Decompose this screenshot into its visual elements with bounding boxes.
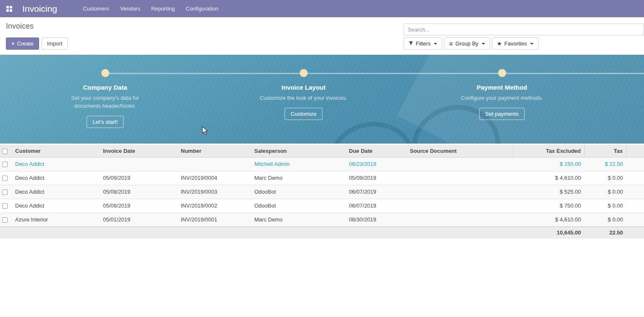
cell-number (177, 157, 251, 171)
filters-button[interactable]: Filters (404, 37, 442, 50)
cell-number: INV/2019/0002 (177, 199, 251, 213)
column-header-number[interactable]: Number (177, 145, 251, 157)
cell-invoice-date: 05/09/2019 (100, 171, 177, 185)
favorites-button[interactable]: ★ Favorites (492, 37, 538, 50)
breadcrumb-page-title: Invoices (6, 22, 34, 31)
star-icon: ★ (497, 41, 502, 46)
column-header-invoice-date[interactable]: Invoice Date (100, 145, 177, 157)
cell-empty (626, 157, 644, 171)
top-navbar: Invoicing Customers Vendors Reporting Co… (0, 0, 644, 17)
create-button-label: Create (17, 40, 34, 47)
cell-tax: $ 0.00 (584, 185, 626, 199)
cell-salesperson: Marc Demo (251, 171, 346, 185)
row-checkbox[interactable] (2, 189, 8, 195)
column-header-salesperson[interactable]: Salesperson (251, 145, 346, 157)
cell-salesperson: Mitchell Admin (251, 157, 346, 171)
cell-tax-excluded: $ 150.00 (513, 157, 584, 171)
row-checkbox-cell (0, 199, 12, 213)
totals-empty-cell (346, 226, 406, 239)
cell-empty (626, 213, 644, 226)
column-header-due-date[interactable]: Due Date (346, 145, 406, 157)
menu-configuration[interactable]: Configuration (180, 0, 224, 17)
table-row[interactable]: Deco Addict 05/09/2019 INV/2019/0004 Mar… (0, 171, 644, 185)
step-description: Customize the look of your invoices. (245, 94, 362, 102)
onboarding-banner: Company Data Set your company's data for… (0, 55, 644, 144)
search-input[interactable] (404, 24, 644, 35)
menu-customers[interactable]: Customers (77, 0, 115, 17)
onboarding-step-company-data: Company Data Set your company's data for… (46, 69, 164, 128)
cell-tax-excluded: $ 4,610.00 (513, 171, 584, 185)
cell-invoice-date: 05/01/2019 (100, 213, 177, 226)
totals-empty-cell (12, 226, 100, 239)
group-by-button[interactable]: ≡ Group By (444, 37, 490, 50)
row-checkbox[interactable] (2, 203, 8, 209)
table-totals-row: 10,645.00 22.50 (0, 226, 644, 239)
table-row[interactable]: Deco Addict 05/08/2019 INV/2019/0002 Odo… (0, 199, 644, 213)
totals-empty-cell (177, 226, 251, 239)
chevron-down-icon (530, 43, 533, 45)
group-by-button-label: Group By (455, 40, 478, 47)
cell-customer: Deco Addict (12, 171, 100, 185)
cell-tax-excluded: $ 525.00 (513, 185, 584, 199)
lets-start-button[interactable]: Let's start! (87, 116, 124, 128)
row-checkbox[interactable] (2, 217, 8, 223)
row-checkbox-cell (0, 157, 12, 171)
cell-number: INV/2019/0003 (177, 185, 251, 199)
table-row[interactable]: Azure Interior 05/01/2019 INV/2019/0001 … (0, 213, 644, 226)
action-buttons: + Create Import (6, 37, 68, 50)
step-title: Company Data (46, 84, 164, 91)
menu-vendors[interactable]: Vendors (115, 0, 146, 17)
cell-due-date: 06/07/2019 (346, 185, 406, 199)
onboarding-progress-line (105, 73, 644, 74)
import-button[interactable]: Import (42, 37, 68, 50)
create-button[interactable]: + Create (6, 37, 39, 50)
row-checkbox-cell (0, 185, 12, 199)
column-header-source-document[interactable]: Source Document (406, 145, 513, 157)
cell-salesperson: Marc Demo (251, 213, 346, 226)
filter-funnel-icon (409, 40, 413, 47)
column-header-customer[interactable]: Customer (12, 145, 100, 157)
cell-due-date: 06/30/2019 (346, 213, 406, 226)
cell-salesperson: OdooBot (251, 185, 346, 199)
totals-empty-cell (626, 226, 644, 239)
customize-button[interactable]: Customize (285, 108, 322, 120)
cell-source-document (406, 213, 513, 226)
cell-tax: $ 0.00 (584, 199, 626, 213)
search-filter-buttons: Filters ≡ Group By ★ Favorites (404, 37, 538, 50)
column-header-tax[interactable]: Tax (584, 145, 626, 157)
cell-invoice-date: 05/08/2019 (100, 199, 177, 213)
set-payments-button[interactable]: Set payments (479, 108, 525, 120)
favorites-button-label: Favorites (504, 40, 527, 47)
totals-empty-cell (100, 226, 177, 239)
totals-empty-cell (251, 226, 346, 239)
row-checkbox[interactable] (2, 162, 8, 167)
app-title[interactable]: Invoicing (22, 4, 57, 14)
column-header-tax-excluded[interactable]: Tax Excluded (513, 145, 584, 157)
step-title: Payment Method (443, 84, 561, 91)
table-row[interactable]: Deco Addict Mitchell Admin 06/23/2019 $ … (0, 157, 644, 171)
totals-tax-excluded: 10,645.00 (513, 226, 584, 239)
invoices-list-table: Customer Invoice Date Number Salesperson… (0, 145, 644, 239)
filters-button-label: Filters (416, 40, 430, 47)
row-checkbox-cell (0, 213, 12, 226)
cell-invoice-date: 05/08/2019 (100, 185, 177, 199)
table-row[interactable]: Deco Addict 05/08/2019 INV/2019/0003 Odo… (0, 185, 644, 199)
step-description: Configure your payment methods. (443, 94, 561, 102)
main-menu: Customers Vendors Reporting Configuratio… (77, 0, 224, 17)
select-all-checkbox[interactable] (2, 149, 8, 154)
cell-tax: $ 0.00 (584, 171, 626, 185)
chevron-down-icon (434, 43, 437, 45)
menu-reporting[interactable]: Reporting (145, 0, 180, 17)
cell-due-date: 06/07/2019 (346, 199, 406, 213)
apps-menu-icon[interactable] (3, 3, 15, 15)
cell-customer: Deco Addict (12, 185, 100, 199)
cell-empty (626, 185, 644, 199)
cell-due-date: 06/23/2019 (346, 157, 406, 171)
onboarding-step-payment-method: Payment Method Configure your payment me… (443, 69, 561, 120)
totals-tax: 22.50 (584, 226, 626, 239)
cell-number: INV/2019/0004 (177, 171, 251, 185)
row-checkbox[interactable] (2, 176, 8, 181)
cell-source-document (406, 199, 513, 213)
step-description: Set your company's data for documents he… (46, 94, 164, 110)
cell-tax: $ 22.50 (584, 157, 626, 171)
